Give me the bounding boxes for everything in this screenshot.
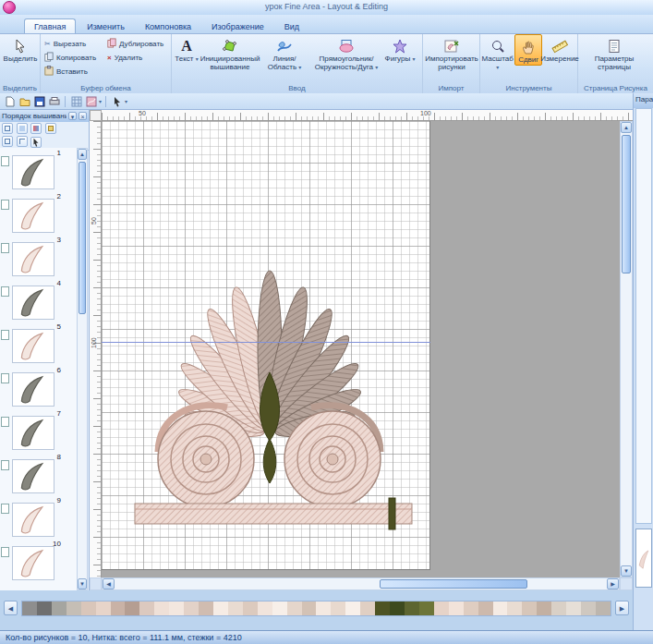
stitch-thumbnail[interactable]: [12, 459, 54, 493]
delete-button[interactable]: × Удалить: [107, 52, 142, 64]
thread-color-swatch[interactable]: [22, 601, 37, 615]
stitch-thumbnail[interactable]: [12, 286, 54, 320]
scroll-right-icon[interactable]: ▶: [607, 578, 619, 589]
embroidery-design[interactable]: [127, 256, 429, 533]
sewing-order-item[interactable]: 7: [0, 408, 78, 452]
print-icon[interactable]: [47, 94, 61, 108]
thread-color-swatch[interactable]: [243, 601, 258, 615]
cut-button[interactable]: ✂ Вырезать: [44, 38, 86, 50]
sewing-order-item[interactable]: 9: [0, 495, 78, 539]
thread-color-swatch[interactable]: [493, 601, 508, 615]
thread-color-swatch[interactable]: [81, 601, 96, 615]
copy-button[interactable]: Копировать: [44, 52, 96, 64]
thread-color-swatch[interactable]: [184, 601, 199, 615]
thread-color-swatch[interactable]: [566, 601, 581, 615]
duplicate-button[interactable]: Дублировать: [107, 38, 163, 50]
left-volute[interactable]: [158, 411, 254, 507]
sewing-order-item[interactable]: 8: [0, 452, 78, 495]
thread-color-swatch[interactable]: [360, 601, 375, 615]
thread-color-swatch[interactable]: [449, 601, 464, 615]
sewing-order-item[interactable]: 10: [0, 539, 78, 582]
stitch-thumbnail[interactable]: [12, 199, 54, 233]
stitch-thumbnail[interactable]: [12, 329, 54, 363]
stitch-thumbnail[interactable]: [12, 546, 54, 580]
thread-color-swatch[interactable]: [302, 601, 317, 615]
scroll-down-icon[interactable]: ▼: [621, 565, 632, 577]
thread-color-swatch[interactable]: [154, 601, 169, 615]
shapes-rect-circle-button[interactable]: Прямоугольник/ Окружность/Дуга ▾: [310, 34, 382, 72]
thread-color-swatch[interactable]: [139, 601, 154, 615]
tab-arrange[interactable]: Компоновка: [136, 19, 200, 33]
center-leaf-lower[interactable]: [263, 439, 276, 483]
panel-close-icon[interactable]: ×: [79, 112, 87, 120]
sewing-order-item[interactable]: 4: [0, 278, 78, 322]
zoom-tool-button[interactable]: Масштаб ▾: [480, 34, 514, 72]
thread-color-swatch[interactable]: [111, 601, 126, 615]
thread-color-swatch[interactable]: [169, 601, 184, 615]
open-folder-icon[interactable]: [18, 94, 31, 108]
scroll-up-icon[interactable]: ▲: [78, 149, 87, 160]
stitch-thumbnail[interactable]: [12, 372, 54, 407]
lock-icon[interactable]: [45, 123, 56, 134]
thread-color-swatch[interactable]: [581, 601, 596, 615]
right-volute[interactable]: [284, 411, 381, 507]
horizontal-guide-line[interactable]: [102, 342, 430, 343]
new-document-icon[interactable]: [3, 94, 17, 108]
sewing-order-item[interactable]: 6: [0, 365, 78, 408]
measure-tool-button[interactable]: Измерение: [542, 34, 577, 64]
tab-home[interactable]: Главная: [24, 18, 76, 33]
thread-color-swatch[interactable]: [390, 601, 405, 615]
figures-button[interactable]: Фигуры ▾: [382, 34, 417, 64]
thread-color-swatch[interactable]: [96, 601, 111, 615]
thread-color-swatch[interactable]: [419, 601, 434, 615]
thread-color-swatch[interactable]: [287, 601, 302, 615]
color-display-icon[interactable]: [30, 123, 42, 134]
thread-color-swatch[interactable]: [405, 601, 419, 615]
dropdown-arrow-icon[interactable]: ▾: [125, 98, 127, 104]
save-icon[interactable]: [32, 94, 46, 108]
thread-color-swatch[interactable]: [375, 601, 390, 615]
line-region-button[interactable]: Линия/Область ▾: [259, 34, 310, 72]
thread-color-swatch[interactable]: [522, 601, 537, 615]
pointer-tool-icon[interactable]: [110, 94, 124, 108]
realistic-view-icon[interactable]: [84, 94, 98, 108]
scrollbar-thumb[interactable]: [380, 579, 527, 589]
base-bar[interactable]: [135, 504, 412, 524]
import-designs-button[interactable]: Импортировать рисунки: [423, 34, 480, 72]
thread-color-swatch[interactable]: [331, 601, 345, 615]
scroll-down-icon[interactable]: ▼: [78, 578, 87, 589]
stitch-thumbnail[interactable]: [12, 242, 54, 276]
pointer-icon[interactable]: [30, 137, 42, 148]
thread-color-swatch[interactable]: [213, 601, 228, 615]
manual-punch-button[interactable]: Инициированный вышивание: [201, 34, 259, 72]
thread-color-swatch[interactable]: [596, 601, 611, 615]
thread-color-swatch[interactable]: [478, 601, 493, 615]
thread-color-swatch[interactable]: [125, 601, 139, 615]
thread-color-swatch[interactable]: [52, 601, 67, 615]
pan-tool-button[interactable]: Сдвиг: [514, 34, 542, 66]
thread-color-swatch[interactable]: [272, 601, 287, 615]
grid-toggle-icon[interactable]: [69, 94, 83, 108]
thread-color-swatch[interactable]: [37, 601, 52, 615]
design-page[interactable]: [102, 121, 430, 570]
dropdown-arrow-icon[interactable]: ▾: [99, 98, 102, 104]
dark-accent-mark[interactable]: [389, 498, 395, 529]
sewing-order-item[interactable]: 2: [0, 191, 78, 235]
scroll-left-icon[interactable]: ◀: [103, 578, 115, 589]
thread-color-swatch[interactable]: [67, 601, 81, 615]
canvas-vertical-scrollbar[interactable]: ▲ ▼: [620, 121, 633, 577]
thread-color-swatch[interactable]: [199, 601, 213, 615]
thread-color-swatch[interactable]: [228, 601, 243, 615]
thread-color-swatch[interactable]: [345, 601, 360, 615]
text-tool-button[interactable]: A Текст ▾: [172, 34, 201, 64]
select-tool-button[interactable]: Выделить: [0, 34, 41, 64]
page-setup-button[interactable]: Параметры страницы: [578, 34, 650, 72]
sewing-order-item[interactable]: 3: [0, 235, 78, 278]
thread-color-swatch[interactable]: [464, 601, 478, 615]
thread-color-swatch[interactable]: [434, 601, 449, 615]
thread-color-swatch[interactable]: [316, 601, 331, 615]
ungroup-icon[interactable]: [17, 136, 28, 147]
select-frame-icon[interactable]: [2, 123, 13, 134]
sewing-order-item[interactable]: 1: [0, 148, 78, 191]
sewing-order-scrollbar[interactable]: ▲ ▼: [77, 148, 88, 590]
